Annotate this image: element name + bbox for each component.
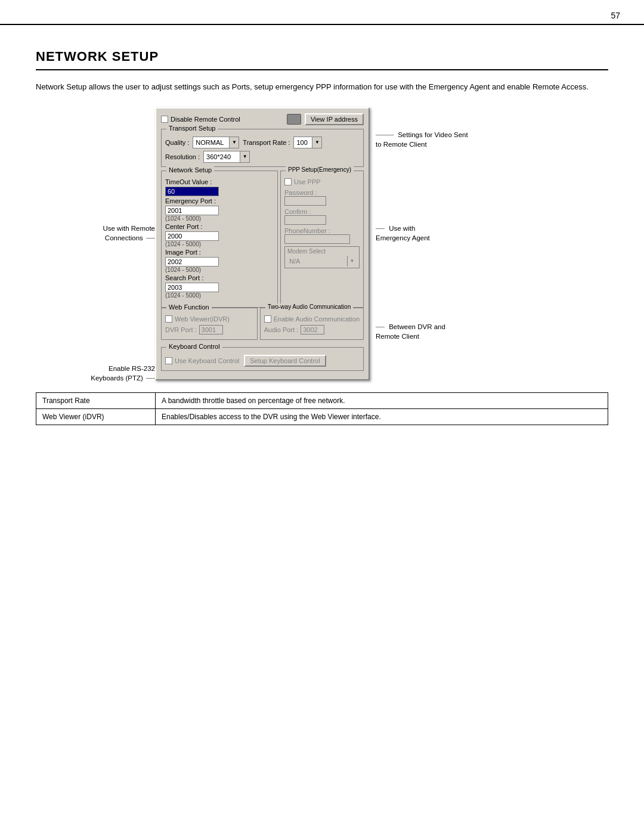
web-function-box: Web Function Web Viewer(iDVR) DVR Port :: [161, 308, 258, 340]
use-ppp-checkbox[interactable]: [284, 178, 292, 185]
modem-select-section: Modem Select N/A ▼: [284, 246, 360, 268]
center-port-row: Center Port :: [165, 223, 274, 230]
enable-audio-checkbox-group[interactable]: Enable Audio Communication: [264, 315, 360, 323]
web-audio-columns: Web Function Web Viewer(iDVR) DVR Port :: [161, 308, 364, 343]
ppp-setup-label: PPP Setup(Emergency): [286, 166, 354, 173]
audio-port-row: Audio Port :: [264, 325, 360, 335]
transport-setup-group: Transport Setup Quality : NORMAL ▼ Trans…: [161, 129, 364, 167]
transport-rate-value: 100: [294, 138, 312, 147]
modem-select-inner: N/A ▼: [287, 256, 357, 267]
desc-web-viewer: Enables/Disables access to the DVR using…: [156, 408, 608, 425]
timeout-row: TimeOut Value : 60: [165, 178, 274, 196]
confirm-label: Confirm :: [284, 208, 311, 215]
quality-select[interactable]: NORMAL ▼: [193, 137, 239, 148]
modem-select-box: Modem Select N/A ▼: [284, 246, 360, 268]
network-setup-box: Network Setup TimeOut Value : 60: [161, 171, 278, 308]
web-viewer-label: Web Viewer(iDVR): [175, 315, 230, 323]
disable-remote-label: Disable Remote Control: [171, 116, 240, 123]
keyboard-control-group: Keyboard Control Use Keyboard Control Se…: [161, 347, 364, 371]
timeout-label: TimeOut Value :: [165, 178, 212, 185]
center-port-label: Center Port :: [165, 223, 202, 230]
page-title: NETWORK SETUP: [36, 49, 608, 70]
confirm-input: [284, 215, 326, 225]
top-controls-row: Disable Remote Control View IP address: [161, 113, 364, 125]
image-port-section: Image Port : (1024 - 5000): [165, 249, 274, 273]
timeout-input[interactable]: 60: [165, 187, 219, 196]
modem-select-arrow: ▼: [347, 256, 357, 267]
use-keyboard-label: Use Keyboard Control: [175, 357, 239, 364]
quality-transport-row: Quality : NORMAL ▼ Transport Rate : 100 …: [165, 137, 360, 148]
search-port-row: Search Port :: [165, 274, 274, 281]
emergency-port-row: Emergency Port :: [165, 197, 274, 205]
table-row: Transport Rate A bandwidth throttle base…: [36, 392, 608, 408]
diagram-area: Use with Remote Connections Enable RS-23…: [36, 107, 608, 380]
phone-number-input: [284, 234, 350, 244]
image-port-row: Image Port :: [165, 249, 274, 256]
enable-audio-label: Enable Audio Communication: [274, 315, 360, 323]
resolution-select[interactable]: 360*240 ▼: [203, 151, 250, 163]
disable-remote-checkbox-group[interactable]: Disable Remote Control: [161, 116, 240, 123]
use-keyboard-checkbox-group[interactable]: Use Keyboard Control: [165, 357, 239, 364]
web-viewer-checkbox[interactable]: [165, 315, 172, 323]
transport-setup-label: Transport Setup: [166, 125, 218, 132]
emergency-port-section: Emergency Port : (1024 - 5000): [165, 197, 274, 222]
setup-keyboard-button[interactable]: Setup Keyboard Control: [244, 355, 326, 367]
transport-rate-select[interactable]: 100 ▼: [293, 137, 322, 148]
table-row: Web Viewer (iDVR) Enables/Disables acces…: [36, 408, 608, 425]
keyboard-controls-row: Use Keyboard Control Setup Keyboard Cont…: [165, 355, 360, 367]
left-annotations: Use with Remote Connections Enable RS-23…: [36, 107, 155, 380]
two-way-audio-box: Two-way Audio Communication Enable Audio…: [260, 308, 364, 340]
quality-dropdown-arrow[interactable]: ▼: [229, 137, 239, 148]
modem-select-label: Modem Select: [287, 248, 357, 255]
network-setup-label: Network Setup: [166, 166, 214, 174]
view-ip-button[interactable]: View IP address: [305, 113, 364, 125]
term-transport-rate: Transport Rate: [36, 392, 156, 408]
emergency-port-hint: (1024 - 5000): [165, 215, 274, 222]
image-port-label: Image Port :: [165, 249, 201, 256]
annotation-between-dvr: Between DVR and Remote Client: [376, 322, 445, 341]
web-function-group: Web Function Web Viewer(iDVR) DVR Port :: [161, 308, 258, 343]
search-port-section: Search Port : (1024 - 5000): [165, 274, 274, 299]
two-way-audio-label: Two-way Audio Communication: [265, 304, 354, 310]
search-port-label: Search Port :: [165, 274, 203, 281]
keyboard-icon: [287, 114, 301, 125]
quality-value: NORMAL: [193, 138, 229, 147]
quality-label: Quality :: [165, 139, 189, 146]
password-input: [284, 196, 326, 206]
desc-transport-rate: A bandwidth throttle based on percentage…: [156, 392, 608, 408]
image-port-hint: (1024 - 5000): [165, 267, 274, 273]
annotation-use-remote: Use with Remote Connections: [42, 224, 155, 243]
disable-remote-checkbox[interactable]: [161, 116, 168, 123]
web-function-label: Web Function: [166, 304, 212, 311]
center-port-input[interactable]: [165, 231, 219, 241]
center-port-hint: (1024 - 5000): [165, 241, 274, 247]
use-ppp-label: Use PPP: [294, 178, 321, 185]
use-keyboard-checkbox[interactable]: [165, 357, 172, 364]
enable-audio-checkbox[interactable]: [264, 315, 271, 323]
annotation-enable-rs232: Enable RS-232 Keyboards (PTZ): [42, 364, 155, 383]
audio-port-label: Audio Port :: [264, 326, 298, 333]
network-setup-group: Network Setup TimeOut Value : 60: [161, 171, 278, 308]
right-annotations: Settings for Video Sent to Remote Client…: [370, 107, 501, 380]
timeout-field-row: TimeOut Value :: [165, 178, 274, 185]
resolution-value: 360*240: [204, 153, 240, 161]
password-section: Password :: [284, 189, 360, 206]
page-description: Network Setup allows the user to adjust …: [36, 81, 608, 93]
web-viewer-checkbox-group[interactable]: Web Viewer(iDVR): [165, 315, 253, 323]
use-ppp-checkbox-group[interactable]: Use PPP: [284, 178, 360, 185]
emergency-port-label: Emergency Port :: [165, 197, 216, 205]
image-port-input[interactable]: [165, 257, 219, 267]
network-ppp-columns: Network Setup TimeOut Value : 60: [161, 171, 364, 308]
term-web-viewer: Web Viewer (iDVR): [36, 408, 156, 425]
annotation-use-emergency: Use with Emergency Agent: [376, 224, 430, 243]
phone-number-label: PhoneNumber :: [284, 227, 330, 234]
two-way-audio-group: Two-way Audio Communication Enable Audio…: [260, 308, 364, 343]
modem-select-value: N/A: [287, 257, 347, 265]
search-port-hint: (1024 - 5000): [165, 292, 274, 299]
dvr-port-input: [199, 325, 223, 335]
resolution-arrow[interactable]: ▼: [240, 151, 249, 162]
search-port-input[interactable]: [165, 283, 219, 292]
transport-rate-arrow[interactable]: ▼: [312, 137, 321, 148]
emergency-port-input[interactable]: [165, 206, 219, 215]
keyboard-control-label: Keyboard Control: [166, 343, 222, 350]
